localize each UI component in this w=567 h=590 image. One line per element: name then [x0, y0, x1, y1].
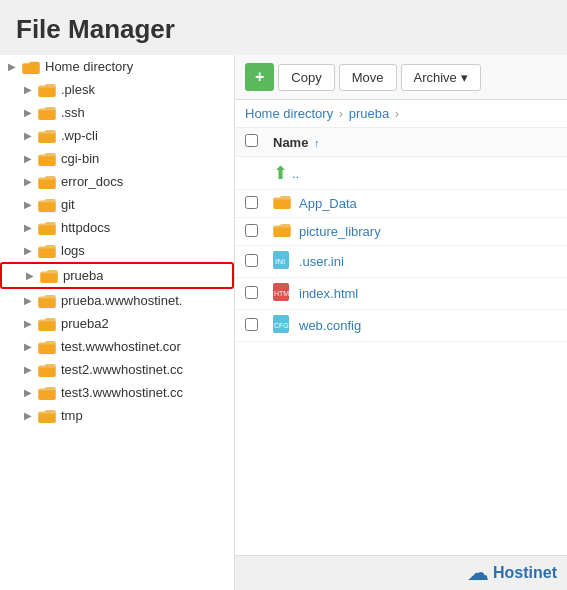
table-row[interactable]: INI .user.ini [235, 246, 567, 278]
sidebar-item-prueba2[interactable]: ▶ prueba2 [0, 312, 234, 335]
main-content: ▶ Home directory ▶ .plesk ▶ [0, 55, 567, 590]
sidebar-item-home[interactable]: ▶ Home directory [0, 55, 234, 78]
file-icon-folder [273, 223, 295, 240]
chevron-icon: ▶ [24, 341, 34, 352]
table-row[interactable]: picture_library [235, 218, 567, 246]
row-checkbox-container[interactable] [245, 254, 273, 270]
sidebar-item-label: test2.wwwhostinet.cc [61, 362, 183, 377]
add-button[interactable]: + [245, 63, 274, 91]
chevron-icon: ▶ [24, 199, 34, 210]
sidebar-item-tmp[interactable]: ▶ tmp [0, 404, 234, 427]
footer: ☁ Hostinet [235, 555, 567, 590]
folder-icon [38, 386, 56, 400]
file-link[interactable]: .user.ini [299, 254, 344, 269]
chevron-icon: ▶ [24, 295, 34, 306]
copy-button[interactable]: Copy [278, 64, 334, 91]
breadcrumb: Home directory › prueba › [235, 100, 567, 128]
table-row[interactable]: CFG web.config [235, 310, 567, 342]
sidebar-item-label: test.wwwhostinet.cor [61, 339, 181, 354]
file-link[interactable]: App_Data [299, 196, 357, 211]
file-icon-ini: INI [273, 251, 295, 272]
row-checkbox[interactable] [245, 286, 258, 299]
folder-icon [38, 244, 56, 258]
file-name[interactable]: web.config [299, 318, 557, 333]
table-row[interactable]: App_Data [235, 190, 567, 218]
move-button[interactable]: Move [339, 64, 397, 91]
sidebar-item-label: prueba2 [61, 316, 109, 331]
sidebar-item-git[interactable]: ▶ git [0, 193, 234, 216]
sidebar-item-test2-www[interactable]: ▶ test2.wwwhostinet.cc [0, 358, 234, 381]
sidebar-item-ssh[interactable]: ▶ .ssh [0, 101, 234, 124]
file-name[interactable]: App_Data [299, 196, 557, 211]
row-checkbox-container[interactable] [245, 286, 273, 302]
row-checkbox-container[interactable] [245, 224, 273, 240]
chevron-icon: ▶ [24, 222, 34, 233]
table-row[interactable]: HTM index.html [235, 278, 567, 310]
sidebar-item-httpdocs[interactable]: ▶ httpdocs [0, 216, 234, 239]
sidebar-item-prueba[interactable]: ▶ prueba [0, 262, 234, 289]
sidebar-item-logs[interactable]: ▶ logs [0, 239, 234, 262]
sidebar-item-cgi-bin[interactable]: ▶ cgi-bin [0, 147, 234, 170]
select-all-checkbox[interactable] [245, 134, 258, 147]
app-container: File Manager ▶ Home directory ▶ .ples [0, 0, 567, 590]
folder-icon [38, 409, 56, 423]
folder-icon [38, 198, 56, 212]
row-checkbox-container[interactable] [245, 196, 273, 212]
header-check[interactable] [245, 134, 273, 150]
file-name[interactable]: picture_library [299, 224, 557, 239]
chevron-icon: ▶ [24, 176, 34, 187]
app-title: File Manager [16, 14, 551, 45]
name-col-label: Name [273, 135, 308, 150]
archive-button[interactable]: Archive ▾ [401, 64, 481, 91]
chevron-icon: ▶ [24, 107, 34, 118]
app-header: File Manager [0, 0, 567, 55]
chevron-icon: ▶ [24, 364, 34, 375]
chevron-icon: ▶ [24, 318, 34, 329]
sidebar-item-label: test3.wwwhostinet.cc [61, 385, 183, 400]
svg-text:HTM: HTM [274, 290, 289, 297]
breadcrumb-home[interactable]: Home directory [245, 106, 333, 121]
file-link[interactable]: picture_library [299, 224, 381, 239]
sidebar-item-plesk[interactable]: ▶ .plesk [0, 78, 234, 101]
row-checkbox[interactable] [245, 318, 258, 331]
row-checkbox[interactable] [245, 254, 258, 267]
chevron-icon: ▶ [24, 410, 34, 421]
sidebar-item-test-www[interactable]: ▶ test.wwwhostinet.cor [0, 335, 234, 358]
sidebar-item-prueba-www[interactable]: ▶ prueba.wwwhostinet. [0, 289, 234, 312]
header-name[interactable]: Name ↑ [273, 135, 557, 150]
chevron-icon: ▶ [8, 61, 18, 72]
sidebar-item-label: .wp-cli [61, 128, 98, 143]
svg-text:INI: INI [275, 257, 285, 266]
folder-icon [38, 152, 56, 166]
folder-icon [38, 83, 56, 97]
archive-label: Archive [414, 70, 457, 85]
file-icon-config: CFG [273, 315, 295, 336]
folder-icon [38, 221, 56, 235]
sidebar-item-label: prueba.wwwhostinet. [61, 293, 182, 308]
chevron-icon: ▶ [24, 387, 34, 398]
sidebar-item-label: .plesk [61, 82, 95, 97]
sidebar-item-error-docs[interactable]: ▶ error_docs [0, 170, 234, 193]
file-name[interactable]: .user.ini [299, 254, 557, 269]
up-link[interactable]: .. [292, 166, 299, 181]
up-arrow-icon: ⬆ [273, 162, 288, 184]
chevron-icon: ▶ [26, 270, 36, 281]
file-link[interactable]: index.html [299, 286, 358, 301]
row-checkbox[interactable] [245, 196, 258, 209]
breadcrumb-current[interactable]: prueba [349, 106, 389, 121]
svg-text:CFG: CFG [274, 322, 289, 329]
row-checkbox[interactable] [245, 224, 258, 237]
logo-area: ☁ Hostinet [467, 560, 557, 586]
sidebar-item-label: prueba [63, 268, 103, 283]
file-name[interactable]: index.html [299, 286, 557, 301]
file-link[interactable]: web.config [299, 318, 361, 333]
folder-icon [38, 175, 56, 189]
sidebar: ▶ Home directory ▶ .plesk ▶ [0, 55, 235, 590]
sidebar-item-label: .ssh [61, 105, 85, 120]
row-checkbox-container[interactable] [245, 318, 273, 334]
sidebar-item-test3-www[interactable]: ▶ test3.wwwhostinet.cc [0, 381, 234, 404]
chevron-icon: ▶ [24, 84, 34, 95]
up-row[interactable]: ⬆ .. [235, 157, 567, 190]
file-list: ⬆ .. App_Data [235, 157, 567, 555]
sidebar-item-wp-cli[interactable]: ▶ .wp-cli [0, 124, 234, 147]
